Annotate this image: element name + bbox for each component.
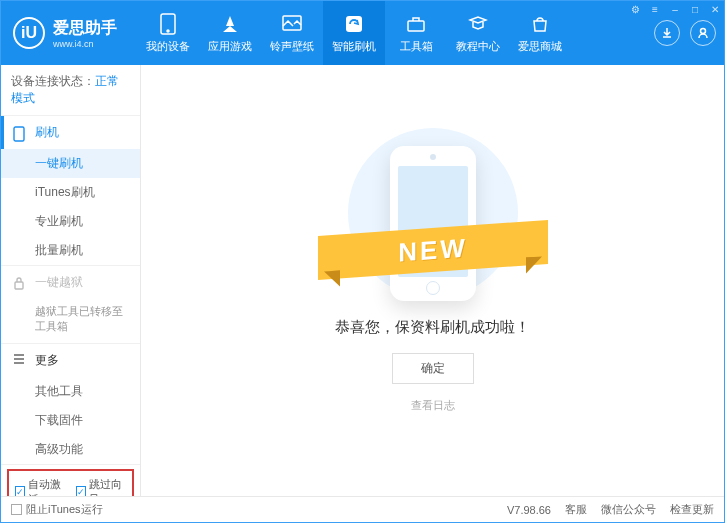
sidebar-item-itunes-flash[interactable]: iTunes刷机 — [1, 178, 140, 207]
lock-icon — [13, 276, 27, 290]
checkbox-empty-icon — [11, 504, 22, 515]
header: iU 爱思助手 www.i4.cn 我的设备 应用游戏 铃声壁纸 智能刷机 — [1, 1, 724, 65]
svg-point-5 — [701, 29, 706, 34]
download-button[interactable] — [654, 20, 680, 46]
checkbox-block-itunes[interactable]: 阻止iTunes运行 — [11, 502, 103, 517]
svg-rect-4 — [408, 21, 424, 31]
sidebar-flash-title: 刷机 — [35, 124, 59, 141]
check-update-link[interactable]: 检查更新 — [670, 502, 714, 517]
nav-label: 铃声壁纸 — [270, 39, 314, 54]
minimize-icon[interactable]: – — [666, 1, 684, 17]
footer: 阻止iTunes运行 V7.98.66 客服 微信公众号 检查更新 — [1, 496, 724, 522]
main-content: NEW 恭喜您，保资料刷机成功啦！ 确定 查看日志 — [141, 65, 724, 496]
phone-graphic — [390, 146, 476, 301]
connection-label: 设备连接状态： — [11, 74, 95, 88]
nav-my-device[interactable]: 我的设备 — [137, 1, 199, 65]
maximize-icon[interactable]: □ — [686, 1, 704, 17]
logo-badge-icon: iU — [13, 17, 45, 49]
sidebar-item-one-click-flash[interactable]: 一键刷机 — [1, 149, 140, 178]
nav-apps-games[interactable]: 应用游戏 — [199, 1, 261, 65]
sidebar-more-title: 更多 — [35, 352, 59, 369]
sidebar-item-other-tools[interactable]: 其他工具 — [1, 377, 140, 406]
menu-icon[interactable]: ≡ — [646, 1, 664, 17]
sidebar-jailbreak-section: 一键越狱 越狱工具已转移至工具箱 — [1, 266, 140, 344]
nav-tutorial-center[interactable]: 教程中心 — [447, 1, 509, 65]
nav-store[interactable]: 爱思商城 — [509, 1, 571, 65]
sidebar-item-advanced[interactable]: 高级功能 — [1, 435, 140, 464]
sidebar-jailbreak-note: 越狱工具已转移至工具箱 — [1, 299, 140, 343]
connection-status: 设备连接状态：正常模式 — [1, 65, 140, 116]
user-button[interactable] — [690, 20, 716, 46]
sidebar-flash-section: 刷机 一键刷机 iTunes刷机 专业刷机 批量刷机 — [1, 116, 140, 266]
store-icon — [529, 13, 551, 35]
top-nav: 我的设备 应用游戏 铃声壁纸 智能刷机 工具箱 教程中心 — [137, 1, 654, 65]
nav-label: 爱思商城 — [518, 39, 562, 54]
customer-service-link[interactable]: 客服 — [565, 502, 587, 517]
nav-label: 应用游戏 — [208, 39, 252, 54]
svg-rect-7 — [15, 282, 23, 289]
check-icon: ✓ — [15, 486, 25, 496]
checkbox-label: 跳过向导 — [89, 477, 126, 496]
nav-smart-flash[interactable]: 智能刷机 — [323, 1, 385, 65]
svg-point-1 — [167, 30, 169, 32]
menu-list-icon — [13, 353, 27, 367]
nav-label: 工具箱 — [400, 39, 433, 54]
wallpaper-icon — [281, 13, 303, 35]
nav-label: 教程中心 — [456, 39, 500, 54]
check-icon: ✓ — [76, 486, 86, 496]
sidebar-jailbreak-title: 一键越狱 — [35, 274, 83, 291]
checkbox-skip-guide[interactable]: ✓ 跳过向导 — [76, 477, 127, 496]
logo[interactable]: iU 爱思助手 www.i4.cn — [13, 17, 117, 49]
version-label: V7.98.66 — [507, 504, 551, 516]
sidebar-more-head[interactable]: 更多 — [1, 344, 140, 377]
header-actions — [654, 20, 716, 46]
view-log-link[interactable]: 查看日志 — [411, 398, 455, 413]
nav-label: 我的设备 — [146, 39, 190, 54]
nav-ringtone-wallpaper[interactable]: 铃声壁纸 — [261, 1, 323, 65]
sidebar-item-download-firmware[interactable]: 下载固件 — [1, 406, 140, 435]
wechat-link[interactable]: 微信公众号 — [601, 502, 656, 517]
svg-rect-6 — [14, 127, 24, 141]
sidebar-item-pro-flash[interactable]: 专业刷机 — [1, 207, 140, 236]
options-row: ✓ 自动激活 ✓ 跳过向导 — [7, 469, 134, 496]
hero-illustration: NEW — [348, 128, 518, 298]
app-window: ⚙ ≡ – □ ✕ iU 爱思助手 www.i4.cn 我的设备 应用游戏 铃声 — [0, 0, 725, 523]
checkbox-auto-activate[interactable]: ✓ 自动激活 — [15, 477, 66, 496]
toolbox-icon — [405, 13, 427, 35]
footer-right: V7.98.66 客服 微信公众号 检查更新 — [507, 502, 714, 517]
checkbox-label: 阻止iTunes运行 — [26, 502, 103, 517]
new-ribbon: NEW — [318, 220, 548, 280]
sidebar-more-section: 更多 其他工具 下载固件 高级功能 — [1, 344, 140, 465]
success-message: 恭喜您，保资料刷机成功啦！ — [335, 318, 530, 337]
sidebar-flash-head[interactable]: 刷机 — [1, 116, 140, 149]
close-icon[interactable]: ✕ — [706, 1, 724, 17]
nav-toolbox[interactable]: 工具箱 — [385, 1, 447, 65]
body: 设备连接状态：正常模式 刷机 一键刷机 iTunes刷机 专业刷机 批量刷机 一… — [1, 65, 724, 496]
sidebar-item-batch-flash[interactable]: 批量刷机 — [1, 236, 140, 265]
device-icon — [157, 13, 179, 35]
window-controls: ⚙ ≡ – □ ✕ — [626, 1, 724, 17]
nav-label: 智能刷机 — [332, 39, 376, 54]
app-url: www.i4.cn — [53, 39, 117, 49]
apps-icon — [219, 13, 241, 35]
sidebar-jailbreak-head[interactable]: 一键越狱 — [1, 266, 140, 299]
tutorial-icon — [467, 13, 489, 35]
flash-icon — [343, 13, 365, 35]
settings-icon[interactable]: ⚙ — [626, 1, 644, 17]
phone-icon — [13, 126, 27, 140]
svg-rect-3 — [346, 16, 362, 32]
ok-button[interactable]: 确定 — [392, 353, 474, 384]
checkbox-label: 自动激活 — [28, 477, 65, 496]
app-title: 爱思助手 — [53, 18, 117, 39]
sidebar: 设备连接状态：正常模式 刷机 一键刷机 iTunes刷机 专业刷机 批量刷机 一… — [1, 65, 141, 496]
